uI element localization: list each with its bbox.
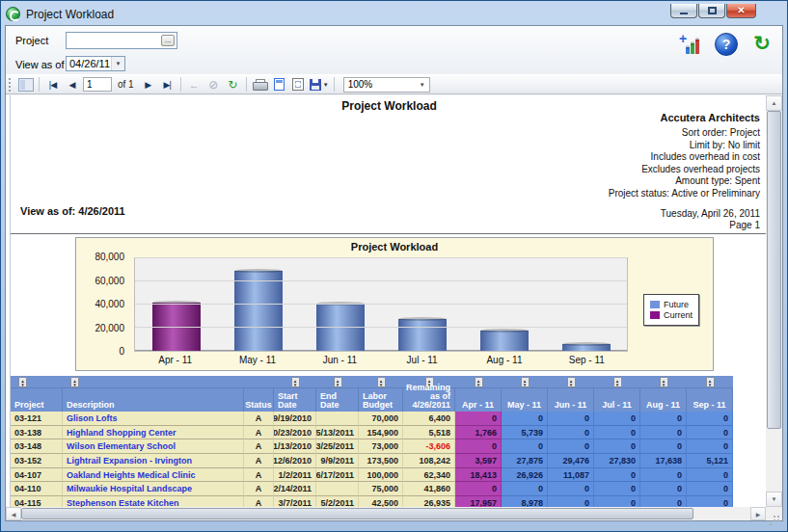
cell-description[interactable]: Oakland Heights Medical Clinic <box>63 468 244 483</box>
cell-m2: 0 <box>548 496 594 507</box>
project-link[interactable]: Glison Lofts <box>67 413 118 423</box>
sort-toggle-m2[interactable]: ▴▾ <box>567 377 576 387</box>
next-page-icon: ▶ <box>145 80 150 90</box>
y-tick-label: 0 <box>119 346 124 357</box>
cell-m3: 0 <box>594 496 640 507</box>
view-as-of-combo[interactable]: 04/26/11 ▼ <box>66 56 125 71</box>
sort-toggle-m3[interactable]: ▴▾ <box>613 377 622 387</box>
scroll-up-button[interactable]: ▲ <box>766 95 782 111</box>
resize-grip[interactable] <box>766 507 782 520</box>
sort-toggle-m0[interactable]: ▴▾ <box>475 377 483 387</box>
sort-toggle-budget[interactable]: ▴▾ <box>377 377 386 387</box>
page-setup-button[interactable] <box>290 76 307 93</box>
chevron-down-icon[interactable]: ▼ <box>111 57 124 70</box>
chevron-down-icon[interactable]: ▼ <box>416 78 429 92</box>
separator <box>180 77 181 92</box>
refresh-report-button[interactable]: ↻ <box>750 33 774 56</box>
project-link[interactable]: Lightrail Expansion - Irvington <box>67 456 192 466</box>
save-icon <box>310 79 321 91</box>
cell-m5: 0 <box>687 468 733 483</box>
horizontal-scrollbar[interactable]: ◀ ▶ <box>6 507 766 520</box>
cell-m4: 0 <box>640 468 687 483</box>
document-map-button[interactable] <box>17 76 34 93</box>
sort-toggle-description[interactable]: ▴▾ <box>70 377 79 387</box>
scroll-left-button[interactable]: ◀ <box>6 507 21 520</box>
project-link[interactable]: Highland Shopping Center <box>67 428 177 438</box>
cell-description[interactable]: Milwaukie Hospital Landscape <box>63 482 244 496</box>
column-header-m3: Jul - 11 <box>594 388 640 412</box>
sort-cell: ▴▾ <box>594 376 640 388</box>
sort-toggle-m5[interactable]: ▴▾ <box>706 377 715 387</box>
project-link[interactable]: Milwaukie Hospital Landscape <box>67 484 192 493</box>
zoom-combo[interactable]: 100% ▼ <box>343 77 430 93</box>
sort-cell: ▴▾ <box>316 376 359 388</box>
plus-icon: + <box>679 33 687 44</box>
window-frame: Project Workload ✕ Project ... View as o… <box>0 0 788 532</box>
browse-button[interactable]: ... <box>161 35 175 46</box>
workload-table: ▴▾▴▾▴▾▴▾▴▾▴▾▴▾▴▾▴▾▴▾▴▾▴▾ ProjectDescript… <box>11 376 733 507</box>
table-row: 04-107Oakland Heights Medical ClinicA1/2… <box>11 468 733 483</box>
report-page: Project Workload Accutera Architects Sor… <box>10 95 768 507</box>
cell-remaining: 6,400 <box>403 412 455 426</box>
report-date: Tuesday, April 26, 2011 <box>661 208 760 219</box>
maximize-button[interactable] <box>698 4 725 18</box>
toolbar-grip[interactable] <box>9 78 13 92</box>
cell-budget: 154,900 <box>359 426 403 440</box>
window-title: Project Workload <box>26 8 114 21</box>
chart-y-axis: 020,00040,00060,00080,000 <box>76 257 129 352</box>
sort-cell: ▴▾ <box>455 376 502 388</box>
cell-budget: 70,000 <box>359 412 403 426</box>
previous-page-button[interactable]: ◀ <box>64 76 80 93</box>
x-tick-label: Jul - 11 <box>381 355 463 365</box>
legend-entry: Current <box>650 310 693 320</box>
sort-toggle-project[interactable]: ▴▾ <box>18 377 27 387</box>
add-chart-button[interactable]: + <box>679 33 702 56</box>
page-number-label: Page 1 <box>729 220 760 230</box>
refresh-button[interactable]: ↻ <box>225 76 241 93</box>
sort-toggle-end[interactable]: ▴▾ <box>334 377 342 387</box>
print-layout-button[interactable] <box>271 76 287 93</box>
help-button[interactable]: ? <box>715 33 738 56</box>
project-input[interactable]: ... <box>66 32 177 49</box>
workload-chart: Project Workload 020,00040,00060,00080,0… <box>75 237 714 371</box>
view-as-of-label: View as of <box>15 59 65 70</box>
vertical-scroll-thumb[interactable] <box>767 111 781 429</box>
zoom-value: 100% <box>344 79 416 90</box>
column-header-description: Description <box>63 388 244 412</box>
last-page-icon: ▶| <box>164 80 171 90</box>
cell-end <box>316 412 359 426</box>
cell-remaining: 5,518 <box>403 426 455 440</box>
print-layout-icon <box>274 78 285 91</box>
scroll-down-button[interactable]: ▼ <box>766 492 782 507</box>
cell-description[interactable]: Highland Shopping Center <box>63 426 244 440</box>
sort-toggle-m4[interactable]: ▴▾ <box>660 377 668 387</box>
company-name: Accutera Architects <box>609 112 760 123</box>
project-link[interactable]: Oakland Heights Medical Clinic <box>67 470 196 480</box>
cell-description[interactable]: Glison Lofts <box>63 412 244 426</box>
export-button[interactable]: ▼ <box>310 76 329 93</box>
cell-m3: 0 <box>594 482 640 496</box>
column-header-start: Start Date <box>274 388 316 412</box>
last-page-button[interactable]: ▶| <box>159 76 176 93</box>
back-button[interactable]: ← <box>186 76 203 93</box>
print-button[interactable] <box>252 76 268 93</box>
next-page-button[interactable]: ▶ <box>140 76 156 93</box>
close-button[interactable]: ✕ <box>726 4 756 18</box>
vertical-scrollbar[interactable]: ▲ ▼ <box>766 95 782 507</box>
page-number-input[interactable] <box>83 77 112 92</box>
cell-description[interactable]: Stephenson Estate Kitchen <box>63 496 244 507</box>
first-page-button[interactable]: |◀ <box>44 76 61 93</box>
cell-m4: 0 <box>640 496 687 507</box>
cell-end <box>316 482 359 496</box>
project-link[interactable]: Wilson Elementary School <box>67 441 176 451</box>
cell-description[interactable]: Lightrail Expansion - Irvington <box>63 454 244 468</box>
cell-start: 9/19/2010 <box>274 412 316 426</box>
project-link[interactable]: Stephenson Estate Kitchen <box>67 498 179 507</box>
cell-description[interactable]: Wilson Elementary School <box>63 439 244 454</box>
stop-button[interactable]: ⊘ <box>205 76 222 93</box>
sort-toggle-m1[interactable]: ▴▾ <box>521 377 530 387</box>
sort-toggle-start[interactable]: ▴▾ <box>291 377 300 387</box>
horizontal-scroll-thumb[interactable] <box>21 508 693 519</box>
scroll-right-button[interactable]: ▶ <box>750 507 766 520</box>
minimize-button[interactable] <box>670 4 697 18</box>
